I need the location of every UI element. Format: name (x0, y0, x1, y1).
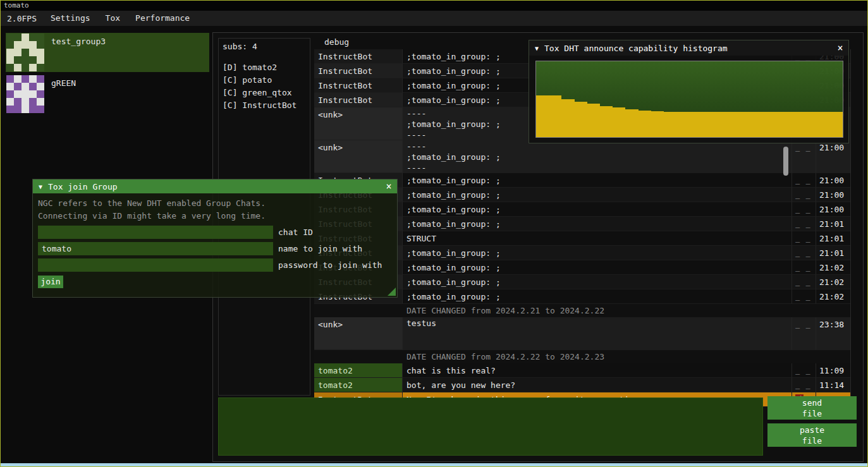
histogram-plot (535, 61, 843, 138)
date-changed-row: DATE CHANGED from 2024.2.22 to 2024.2.23 (314, 350, 850, 363)
menu-item-performance[interactable]: Performance (128, 11, 197, 26)
avatar-pixel (21, 33, 29, 41)
member-item[interactable]: [C] green_qtox (223, 87, 306, 99)
avatar-pixel (37, 41, 44, 49)
chat-row[interactable]: <unk>---- ;tomato_in_group: ; ----_ _21:… (314, 140, 850, 173)
password-to-join-with-input[interactable] (38, 258, 273, 272)
message-status: _ _ (792, 275, 816, 289)
histogram-bar (664, 112, 676, 137)
name-to-join-with-input[interactable]: tomato (38, 242, 273, 255)
avatar-pixel (14, 90, 21, 98)
histogram-bar (676, 112, 689, 137)
avatar-pixel (14, 49, 21, 56)
avatar-pixel (21, 75, 29, 83)
send-file-button[interactable]: send file (767, 396, 857, 420)
date-changed-text: DATE CHANGED from 2024.2.21 to 2024.2.22 (314, 306, 604, 315)
avatar-pixel (14, 83, 21, 90)
join-window-title: Tox join Group (48, 182, 381, 191)
chat-ID-input[interactable] (38, 226, 273, 239)
join-description-line-1: NGC refers to the New DHT enabled Group … (33, 193, 397, 210)
chat-row[interactable]: <unk>testus_ _23:38 (314, 317, 850, 350)
join-group-window: ▼ Tox join Group × NGC refers to the New… (32, 179, 398, 298)
chat-row[interactable]: tomato2bot, are you new here?_ _11:14 (314, 378, 850, 392)
resize-grip[interactable] (388, 288, 396, 296)
message-timestamp: 11:14 (816, 378, 850, 392)
join-button[interactable]: join (38, 276, 63, 288)
avatar-pixel (14, 41, 21, 49)
message-text: ;tomato_in_group: ; (403, 289, 792, 304)
message-status: _ _ (792, 363, 816, 378)
avatar-pixel (29, 33, 37, 41)
avatar-pixel (29, 56, 37, 64)
paste-file-button[interactable]: paste file (767, 423, 857, 447)
message-timestamp: 21:01 (816, 246, 850, 260)
chat-row[interactable]: tomato2chat is this real?_ _11:09 (314, 363, 850, 378)
fps-counter: 2.0FPS (1, 14, 43, 23)
subs-count-label: subs: 4 (219, 39, 310, 52)
join-field-row: password to join with (38, 258, 392, 272)
avatar-pixel (21, 56, 29, 64)
collapse-arrow-icon[interactable]: ▼ (529, 45, 544, 52)
menu-item-tox[interactable]: Tox (98, 11, 128, 26)
avatar-pixel (29, 41, 37, 49)
message-status: _ _ (792, 217, 816, 231)
group-name-label: gREEN (51, 78, 76, 88)
message-text: ;tomato_in_group: ; (403, 173, 792, 188)
message-status: _ _ (792, 202, 816, 217)
message-timestamp: 21:02 (816, 289, 850, 304)
menu-item-settings[interactable]: Settings (43, 11, 98, 26)
avatar-pixel (21, 106, 29, 113)
chat-scrollbar[interactable] (783, 147, 788, 176)
histogram-bar (689, 112, 702, 137)
histogram-bar (575, 102, 587, 137)
avatar-pixel (37, 83, 44, 90)
group-item-test_group3[interactable]: test_group3 (6, 33, 209, 72)
message-text: ;tomato_in_group: ; (403, 202, 792, 217)
sender-name: <unk> (314, 140, 403, 173)
window-bottom-edge (1, 463, 867, 466)
menu-bar: 2.0FPS SettingsToxPerformance (1, 11, 867, 26)
avatar-pixel (29, 90, 37, 98)
collapse-arrow-icon[interactable]: ▼ (33, 183, 48, 190)
member-item[interactable]: [C] InstructBot (223, 99, 306, 112)
avatar-pixel (21, 90, 29, 98)
message-timestamp: 21:00 (816, 188, 850, 202)
avatar-pixel (37, 56, 44, 64)
avatar-pixel (37, 106, 44, 113)
join-fields: chat IDtomatoname to join withpassword t… (33, 226, 397, 272)
avatar-pixel (14, 106, 21, 113)
histogram-bar (779, 112, 792, 137)
avatar-pixel (14, 56, 21, 64)
avatar-pixel (29, 64, 37, 71)
avatar-pixel (6, 41, 14, 49)
message-input[interactable] (218, 397, 763, 456)
message-timestamp: 21:01 (816, 217, 850, 231)
avatar-pixel (21, 83, 29, 90)
group-item-gREEN[interactable]: gREEN (6, 75, 209, 114)
message-status: _ _ (792, 173, 816, 188)
close-icon[interactable]: × (381, 181, 397, 192)
message-text: testus (403, 317, 792, 350)
histogram-bar (817, 112, 829, 137)
avatar-pixel (29, 83, 37, 90)
histogram-bar (536, 95, 549, 137)
group-name-label: test_group3 (51, 37, 106, 46)
close-icon[interactable]: × (832, 42, 848, 54)
avatar-pixel (29, 49, 37, 56)
avatar-pixel (14, 64, 21, 71)
message-text: ;tomato_in_group: ; (403, 260, 792, 275)
histogram-bar (753, 112, 766, 137)
tab-debug[interactable]: debug (314, 35, 349, 49)
message-timestamp: 21:02 (816, 260, 850, 275)
sender-name: InstructBot (314, 64, 403, 78)
message-text: ---- ;tomato_in_group: ; ---- (403, 140, 792, 173)
member-item[interactable]: [C] potato (223, 74, 306, 87)
member-item[interactable]: [D] tomato2 (223, 61, 306, 74)
message-text: ;tomato_in_group: ; (403, 275, 792, 289)
avatar-pixel (29, 106, 37, 113)
date-changed-text: DATE CHANGED from 2024.2.22 to 2024.2.23 (314, 352, 604, 361)
message-timestamp: 21:01 (816, 231, 850, 246)
avatar-pixel (21, 98, 29, 106)
message-status: _ _ (792, 260, 816, 275)
message-status: _ _ (792, 246, 816, 260)
